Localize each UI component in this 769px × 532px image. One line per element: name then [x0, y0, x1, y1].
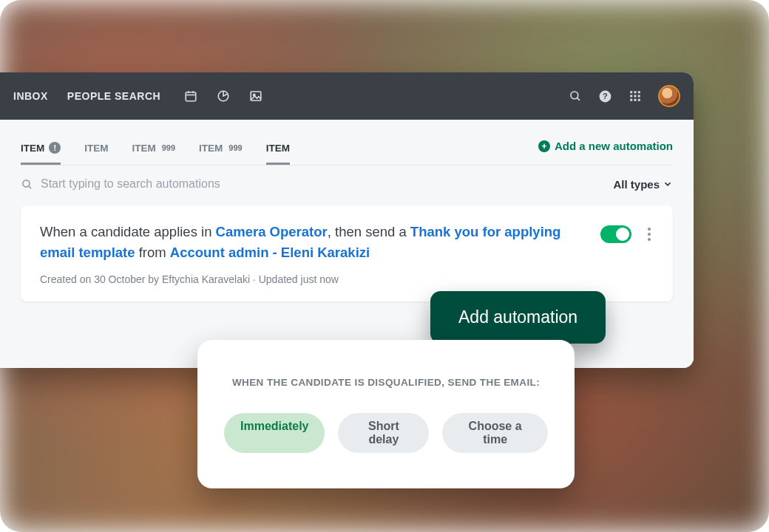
- option-immediately[interactable]: Immediately: [224, 413, 325, 453]
- pill-row: Immediately Short delay Choose a time: [224, 413, 548, 453]
- svg-rect-17: [630, 99, 632, 101]
- image-icon[interactable]: [249, 89, 262, 103]
- svg-text:?: ?: [603, 92, 608, 100]
- svg-rect-19: [638, 99, 640, 101]
- enable-toggle[interactable]: [600, 225, 631, 243]
- nav-people-search[interactable]: PEOPLE SEARCH: [67, 90, 160, 102]
- automation-description: When a candidate applies in Camera Opera…: [40, 222, 586, 263]
- option-choose-time[interactable]: Choose a time: [442, 413, 548, 453]
- add-automation-link[interactable]: + Add a new automation: [538, 140, 673, 160]
- apps-grid-icon[interactable]: [629, 89, 642, 103]
- svg-rect-18: [634, 99, 637, 101]
- avatar[interactable]: [658, 85, 680, 107]
- alert-badge-icon: !: [49, 142, 61, 154]
- tabs-row: ITEM ! ITEM ITEM 999 ITEM 999 ITEM: [21, 134, 673, 166]
- popup-heading: WHEN THE CANDIDATE IS DISQUALIFIED, SEND…: [224, 377, 548, 388]
- type-filter[interactable]: All types: [613, 178, 673, 191]
- svg-rect-12: [634, 91, 637, 93]
- pie-chart-icon[interactable]: [217, 89, 230, 103]
- tab-label: ITEM: [84, 143, 108, 154]
- tab-item-1[interactable]: ITEM: [84, 135, 108, 165]
- automation-meta: Created on 30 October by Eftychia Karave…: [40, 273, 586, 285]
- tab-label: ITEM: [199, 143, 223, 154]
- more-menu-icon[interactable]: [645, 225, 654, 244]
- tab-item-4[interactable]: ITEM: [266, 135, 290, 165]
- topbar: INBOX PEOPLE SEARCH ?: [0, 72, 694, 120]
- tab-label: ITEM: [21, 143, 44, 154]
- add-automation-label: Add a new automation: [555, 140, 673, 152]
- search-row: All types: [21, 177, 673, 191]
- automation-card: When a candidate applies in Camera Opera…: [21, 205, 673, 301]
- tab-item-0[interactable]: ITEM !: [21, 134, 61, 165]
- tab-count: 999: [228, 143, 242, 152]
- help-icon[interactable]: ?: [598, 89, 612, 103]
- filter-label: All types: [613, 178, 660, 191]
- search-icon[interactable]: [569, 89, 582, 103]
- svg-rect-14: [630, 95, 632, 98]
- svg-rect-0: [186, 92, 196, 101]
- nav-inbox[interactable]: INBOX: [13, 90, 48, 102]
- svg-point-7: [571, 92, 578, 99]
- tab-label: ITEM: [266, 143, 290, 154]
- svg-rect-15: [634, 95, 637, 98]
- tab-item-2[interactable]: ITEM 999: [132, 135, 176, 165]
- svg-rect-13: [638, 91, 640, 93]
- svg-line-21: [29, 185, 31, 188]
- link-sender[interactable]: Account admin - Eleni Karakizi: [170, 245, 370, 260]
- calendar-icon[interactable]: [184, 89, 197, 103]
- search-input[interactable]: [41, 177, 606, 191]
- tab-label: ITEM: [132, 143, 156, 154]
- tab-item-3[interactable]: ITEM 999: [199, 135, 243, 165]
- svg-point-20: [23, 180, 30, 186]
- search-icon: [21, 178, 33, 191]
- option-short-delay[interactable]: Short delay: [338, 413, 429, 453]
- plus-circle-icon: +: [538, 140, 550, 152]
- tab-count: 999: [162, 143, 175, 152]
- search-wrap: [21, 177, 606, 191]
- timing-popup: WHEN THE CANDIDATE IS DISQUALIFIED, SEND…: [197, 340, 575, 488]
- svg-rect-16: [638, 95, 640, 98]
- chevron-down-icon: [663, 179, 673, 189]
- link-job[interactable]: Camera Operator: [216, 224, 328, 239]
- svg-rect-11: [630, 91, 632, 93]
- svg-line-8: [577, 98, 580, 100]
- add-automation-button[interactable]: Add automation: [430, 291, 606, 344]
